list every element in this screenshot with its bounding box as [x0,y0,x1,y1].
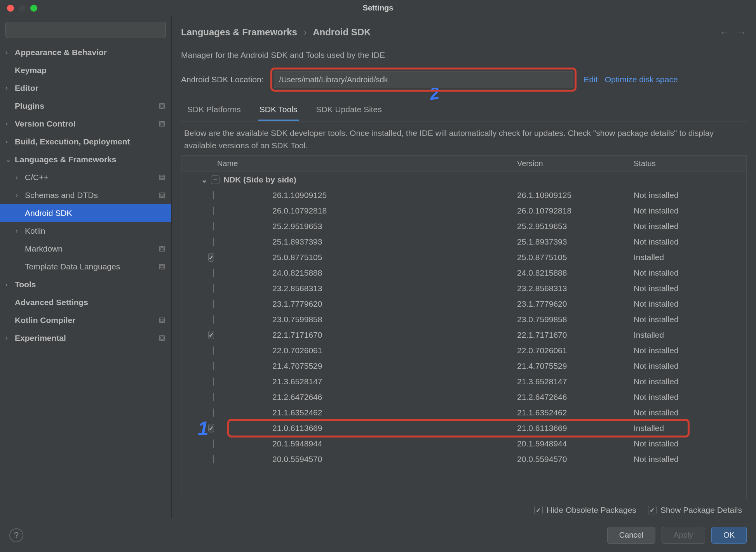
package-version: 22.0.7026061 [517,346,634,355]
package-name: 21.1.6352462 [214,408,517,417]
package-row[interactable]: 23.1.777962023.1.7779620Not installed [181,296,746,312]
package-name: 25.0.8775105 [214,253,517,262]
package-row[interactable]: 22.0.702606122.0.7026061Not installed [181,343,746,358]
package-version: 23.0.7599858 [517,315,634,324]
package-version: 20.1.5948944 [517,439,634,448]
svg-rect-9 [161,194,163,196]
edit-link[interactable]: Edit [584,75,597,84]
sidebar-item-schemas-and-dtds[interactable]: ›Schemas and DTDs [0,186,171,204]
help-button[interactable]: ? [9,528,23,542]
sidebar-item-editor[interactable]: ›Editor [0,79,171,97]
package-group-row[interactable]: ⌄ − NDK (Side by side) [181,172,746,187]
sidebar-item-label: Keymap [15,66,166,75]
package-row[interactable]: 26.0.1079281826.0.10792818Not installed [181,203,746,219]
package-version: 21.3.6528147 [517,377,634,386]
tab-sdk-update-sites[interactable]: SDK Update Sites [314,101,383,121]
package-row[interactable]: 25.1.893739325.1.8937393Not installed [181,234,746,250]
package-version: 25.0.8775105 [517,253,634,262]
sidebar-item-kotlin-compiler[interactable]: Kotlin Compiler [0,311,171,329]
window-maximize-button[interactable] [30,5,37,12]
package-row[interactable]: 23.0.759985823.0.7599858Not installed [181,312,746,327]
sidebar-item-template-data-languages[interactable]: Template Data Languages [0,258,171,276]
package-status: Not installed [634,361,746,371]
checkbox-icon [534,506,543,514]
indeterminate-checkbox-icon[interactable]: − [211,175,219,184]
nav-back-icon[interactable]: ← [719,26,730,38]
package-row[interactable]: 21.0.611366921.0.6113669Installed [181,420,746,436]
ok-button[interactable]: OK [711,527,747,544]
sidebar-item-keymap[interactable]: Keymap [0,61,171,79]
checkbox-icon [648,506,657,514]
sdk-location-label: Android SDK Location: [181,75,263,84]
window-minimize-button[interactable] [19,5,26,12]
sidebar-item-plugins[interactable]: Plugins [0,97,171,115]
svg-rect-4 [160,122,164,126]
search-input[interactable] [5,22,166,38]
column-header-version[interactable]: Version [517,159,634,168]
package-row[interactable]: 21.2.647264621.2.6472646Not installed [181,389,746,405]
package-checkbox[interactable] [208,253,214,262]
tab-sdk-platforms[interactable]: SDK Platforms [186,101,242,121]
sidebar-item-experimental[interactable]: ›Experimental [0,329,171,347]
package-row[interactable]: 21.1.635246221.1.6352462Not installed [181,405,746,420]
tab-sdk-tools[interactable]: SDK Tools [258,101,299,121]
chevron-right-icon: › [5,334,15,342]
sidebar-item-label: Experimental [15,333,158,343]
package-row[interactable]: 26.1.1090912526.1.10909125Not installed [181,187,746,203]
sidebar-item-build-execution-deployment[interactable]: ›Build, Execution, Deployment [0,133,171,151]
chevron-right-icon: › [300,27,310,37]
package-status: Installed [634,424,746,433]
svg-rect-15 [161,319,163,321]
apply-button[interactable]: Apply [662,527,705,544]
package-status: Not installed [634,299,746,309]
package-row[interactable]: 22.1.717167022.1.7171670Installed [181,327,746,343]
sidebar-item-appearance-behavior[interactable]: ›Appearance & Behavior [0,43,171,61]
svg-rect-8 [160,193,164,198]
sidebar-item-advanced-settings[interactable]: Advanced Settings [0,293,171,311]
package-name: 22.0.7026061 [214,346,517,355]
chevron-right-icon: › [16,191,25,199]
nav-forward-icon[interactable]: → [737,26,747,38]
hide-obsolete-checkbox[interactable]: Hide Obsolete Packages [534,505,636,515]
tab-description: Below are the available SDK developer to… [181,127,747,151]
sidebar-item-markdown[interactable]: Markdown [0,240,171,258]
package-name: 21.2.6472646 [214,392,517,402]
sidebar-item-label: Tools [15,280,166,289]
chevron-right-icon: › [5,281,15,288]
sidebar-item-android-sdk[interactable]: Android SDK [0,204,171,222]
breadcrumb-parent: Languages & Frameworks [181,27,297,37]
scope-icon [158,120,166,128]
package-checkbox[interactable] [208,424,214,432]
sdk-location-input[interactable] [274,71,573,88]
show-package-details-checkbox[interactable]: Show Package Details [648,505,742,515]
package-row[interactable]: 23.2.856831323.2.8568313Not installed [181,281,746,296]
package-row[interactable]: 25.2.951965325.2.9519653Not installed [181,219,746,234]
package-row[interactable]: 21.4.707552921.4.7075529Not installed [181,358,746,374]
optimize-disk-link[interactable]: Optimize disk space [605,75,678,84]
cancel-button[interactable]: Cancel [607,527,655,544]
column-header-name[interactable]: Name [214,159,517,168]
package-row[interactable]: 21.3.652814721.3.6528147Not installed [181,374,746,389]
scope-icon [158,245,166,253]
chevron-right-icon: › [16,174,25,181]
svg-rect-7 [161,176,163,179]
package-version: 22.1.7171670 [517,330,634,340]
column-header-status[interactable]: Status [634,159,746,168]
package-version: 21.0.6113669 [517,424,634,433]
package-row[interactable]: 20.0.559457020.0.5594570Not installed [181,451,746,467]
sidebar-item-tools[interactable]: ›Tools [0,276,171,293]
package-status: Not installed [634,222,746,231]
package-checkbox[interactable] [208,331,214,339]
svg-rect-5 [161,123,163,125]
package-row[interactable]: 25.0.877510525.0.8775105Installed [181,250,746,265]
package-status: Not installed [634,237,746,246]
package-row[interactable]: 20.1.594894420.1.5948944Not installed [181,436,746,451]
sidebar-item-label: Plugins [15,101,158,111]
sidebar-item-languages-frameworks[interactable]: ⌄Languages & Frameworks [0,151,171,168]
sidebar-item-version-control[interactable]: ›Version Control [0,115,171,133]
sidebar-item-c-c-[interactable]: ›C/C++ [0,168,171,186]
window-close-button[interactable] [7,5,14,12]
package-row[interactable]: 24.0.821588824.0.8215888Not installed [181,265,746,281]
svg-rect-14 [160,318,164,323]
sidebar-item-kotlin[interactable]: ›Kotlin [0,222,171,240]
